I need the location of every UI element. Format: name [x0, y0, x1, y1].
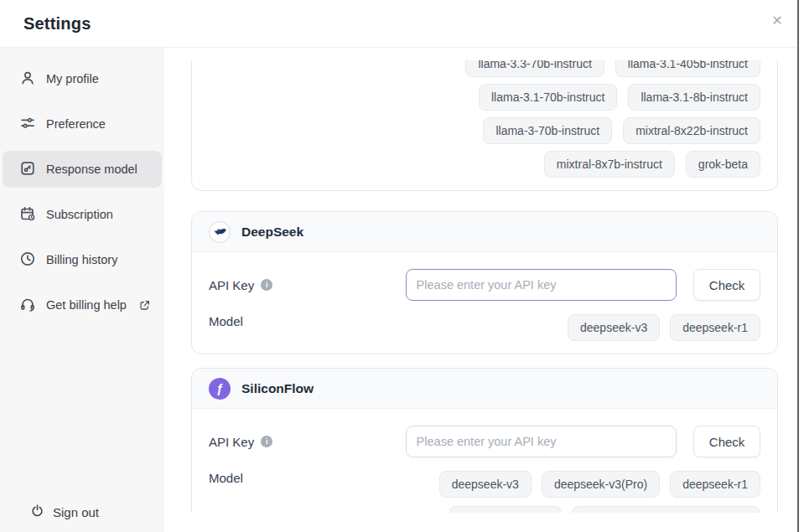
provider-card-body: API Key i Check Model deepseek-v3 deepse…: [192, 409, 777, 513]
model-chip-partial: [449, 506, 562, 513]
key-square-icon: [19, 160, 36, 179]
model-chip[interactable]: grok-beta: [686, 151, 760, 178]
api-key-row: API Key i Check: [209, 426, 760, 457]
model-chip[interactable]: llama-3.1-405b-instruct: [615, 60, 760, 77]
model-row: Model deepseek-v3 deepseek-r1: [209, 314, 760, 341]
info-icon[interactable]: i: [261, 436, 272, 447]
info-icon[interactable]: i: [261, 279, 272, 291]
model-row: Model deepseek-v3 deepseek-v3(Pro) deeps…: [209, 471, 760, 513]
api-key-input[interactable]: [406, 426, 677, 457]
settings-dialog: Settings ✕ My profile Preference: [0, 0, 804, 532]
model-chip[interactable]: deepseek-v3: [568, 314, 660, 341]
model-chip-row: mixtral-8x7b-instruct grok-beta: [209, 151, 760, 178]
api-key-label-wrap: API Key i: [209, 435, 406, 449]
user-icon: [19, 70, 36, 89]
model-chip[interactable]: llama-3-70b-instruct: [483, 117, 612, 144]
model-chips: deepseek-v3 deepseek-v3(Pro) deepseek-r1: [406, 471, 760, 513]
provider-cards: llama-3.3-70b-instruct llama-3.1-405b-in…: [191, 60, 778, 513]
provider-card-body: API Key i Check Model deepseek-v3 deepse…: [192, 252, 777, 354]
dialog-header: Settings: [0, 0, 798, 48]
calendar-clock-icon: [19, 205, 36, 225]
model-chip-row: llama-3.3-70b-instruct llama-3.1-405b-in…: [209, 60, 760, 77]
provider-card-header: ƒ SiliconFlow: [192, 369, 777, 409]
model-chip[interactable]: deepseek-r1: [670, 471, 760, 498]
sidebar-item-billing-history[interactable]: Billing history: [3, 241, 162, 278]
model-label: Model: [209, 314, 406, 328]
model-chip[interactable]: deepseek-r1: [670, 314, 760, 341]
model-chip[interactable]: deepseek-v3: [439, 471, 532, 498]
sidebar-item-response-model[interactable]: Response model: [3, 151, 162, 188]
deepseek-logo-icon: [209, 221, 231, 243]
model-label: Model: [209, 471, 406, 485]
model-chip[interactable]: mixtral-8x22b-instruct: [623, 117, 760, 144]
provider-card-siliconflow: ƒ SiliconFlow API Key i Check Model: [191, 368, 778, 513]
sidebar-item-label: Get billing help: [46, 298, 127, 312]
models-card-scrolled: llama-3.3-70b-instruct llama-3.1-405b-in…: [191, 60, 778, 191]
model-chip[interactable]: llama-3.3-70b-instruct: [465, 60, 604, 77]
api-key-input[interactable]: [406, 269, 677, 301]
clock-icon: [19, 251, 36, 270]
model-chip-partial: [572, 506, 760, 513]
sidebar-item-label: Preference: [46, 117, 106, 131]
sidebar-item-get-billing-help[interactable]: Get billing help: [3, 287, 162, 323]
check-button[interactable]: Check: [693, 269, 760, 301]
provider-title: SiliconFlow: [241, 381, 314, 396]
sign-out-button[interactable]: Sign out: [30, 504, 99, 520]
model-chip-row: llama-3-70b-instruct mixtral-8x22b-instr…: [209, 117, 760, 144]
provider-card-header: DeepSeek: [192, 212, 777, 252]
api-key-label-wrap: API Key i: [209, 278, 406, 292]
model-chips: deepseek-v3 deepseek-r1: [406, 314, 760, 341]
api-key-label: API Key: [209, 278, 254, 292]
sidebar: My profile Preference Response model: [0, 48, 164, 532]
sidebar-item-preference[interactable]: Preference: [3, 106, 162, 142]
siliconflow-logo-icon: ƒ: [209, 378, 231, 400]
api-key-label: API Key: [209, 435, 254, 449]
sidebar-item-label: My profile: [46, 72, 99, 85]
sliders-icon: [19, 115, 36, 134]
model-chip[interactable]: llama-3.1-70b-instruct: [479, 84, 617, 111]
model-chip-row: llama-3.1-70b-instruct llama-3.1-8b-inst…: [209, 84, 760, 111]
sidebar-item-subscription[interactable]: Subscription: [3, 196, 162, 233]
provider-scroll-area[interactable]: llama-3.3-70b-instruct llama-3.1-405b-in…: [164, 60, 800, 513]
provider-title: DeepSeek: [241, 225, 303, 240]
model-chip[interactable]: llama-3.1-8b-instruct: [628, 84, 760, 111]
sidebar-item-label: Billing history: [46, 253, 117, 266]
model-chip[interactable]: mixtral-8x7b-instruct: [544, 151, 675, 178]
page-title: Settings: [23, 14, 91, 34]
check-button[interactable]: Check: [693, 426, 760, 457]
provider-card-deepseek: DeepSeek API Key i Check Model: [191, 211, 778, 354]
external-link-icon: [138, 299, 151, 312]
sidebar-item-label: Response model: [46, 163, 137, 176]
headset-icon: [19, 296, 36, 315]
api-key-row: API Key i Check: [209, 269, 760, 301]
model-chip[interactable]: deepseek-v3(Pro): [542, 471, 660, 498]
close-icon[interactable]: ✕: [768, 12, 786, 30]
sidebar-item-my-profile[interactable]: My profile: [3, 60, 162, 97]
sidebar-item-label: Subscription: [46, 208, 113, 221]
sign-out-label: Sign out: [53, 505, 99, 519]
power-icon: [30, 504, 44, 520]
